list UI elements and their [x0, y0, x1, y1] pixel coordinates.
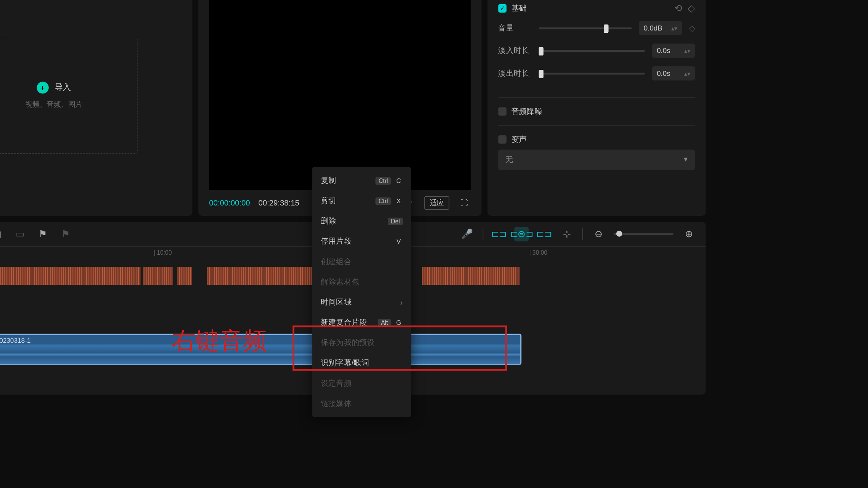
voicechange-select[interactable]: 无▾	[498, 149, 695, 170]
tool-3[interactable]: ▭	[13, 227, 27, 241]
menu-ungroup: 解除素材包	[312, 272, 411, 292]
zoom-out-icon[interactable]: ⊖	[591, 227, 606, 241]
drop-hint: 视频、音频、图片	[25, 100, 82, 110]
mic-icon[interactable]: 🎤	[460, 227, 474, 241]
audio-clip-label: 提取音频20230318-1	[0, 336, 31, 345]
menu-set-audio: 设定音频	[312, 373, 411, 393]
time-total: 00:29:38:15	[258, 199, 299, 207]
volume-value[interactable]: 0.0dB▴▾	[639, 21, 682, 35]
menu-copy[interactable]: 复制CtrlC	[312, 170, 411, 191]
context-menu: 复制CtrlC 剪切CtrlX 删除Del 停用片段V 创建组合 解除素材包 时…	[312, 167, 411, 417]
text-clip[interactable]	[422, 267, 519, 285]
text-clip[interactable]	[143, 267, 173, 285]
basic-toggle[interactable]: ✓基础	[498, 3, 527, 13]
zoom-slider[interactable]	[614, 233, 674, 235]
inspector-panel: 音频 基本 变速 ✓基础 ⟲◇ 音量 0.0dB▴▾ ◇ 淡入时长 0.0s▴▾…	[487, 0, 706, 216]
fadein-value[interactable]: 0.0s▴▾	[652, 43, 695, 58]
menu-delete[interactable]: 删除Del	[312, 211, 411, 231]
time-current: 00:00:00:00	[209, 199, 250, 207]
fadein-label: 淡入时长	[498, 45, 532, 56]
marker-tool[interactable]: ⚑	[35, 227, 50, 241]
fit-button[interactable]: 适应	[424, 196, 450, 210]
media-dropzone[interactable]: +导入 视频、音频、图片	[0, 0, 192, 216]
magnet-1-icon[interactable]: ⊏⊐	[492, 227, 506, 241]
fadeout-label: 淡出时长	[498, 68, 532, 79]
reset-icon[interactable]: ⟲	[674, 2, 682, 14]
zoom-in-icon[interactable]: ⊕	[682, 227, 696, 241]
menu-time-region[interactable]: 时间区域›	[312, 292, 411, 312]
magnet-3-icon[interactable]: ⊏⊐	[537, 227, 551, 241]
text-clip[interactable]	[0, 267, 140, 285]
annotation-box	[293, 326, 507, 371]
keyframe-icon[interactable]: ◇	[688, 2, 695, 14]
text-clip[interactable]	[177, 267, 192, 285]
media-panel: ▭媒体♪音频TI文本◐贴纸✦特效⋈转场◬滤镜≑调节▣素材包 ▾本地 导入 我的预…	[0, 0, 192, 216]
menu-disable[interactable]: 停用片段V	[312, 231, 411, 252]
crop-tool[interactable]: ◻	[0, 227, 5, 241]
add-icon: +	[37, 82, 48, 93]
keyframe-icon[interactable]: ◇	[689, 24, 695, 32]
volume-slider[interactable]	[539, 27, 632, 29]
text-clip[interactable]	[207, 267, 315, 285]
magnet-2-icon[interactable]: ⊏⊜⊐	[514, 227, 529, 241]
menu-cut[interactable]: 剪切CtrlX	[312, 191, 411, 211]
voicechange-toggle[interactable]: 变声	[498, 134, 695, 145]
fullscreen-icon[interactable]: ⛶	[458, 196, 471, 209]
link-icon[interactable]: ⊹	[559, 227, 574, 241]
fadeout-slider[interactable]	[539, 72, 645, 74]
menu-group: 创建组合	[312, 252, 411, 272]
annotation-text: 右键音频	[172, 324, 267, 357]
denoise-toggle[interactable]: 音频降噪	[498, 106, 695, 117]
fadeout-value[interactable]: 0.0s▴▾	[652, 66, 695, 81]
fadein-slider[interactable]	[539, 50, 645, 52]
volume-label: 音量	[498, 23, 532, 34]
player-viewport[interactable]	[209, 0, 471, 190]
menu-link-media: 链接媒体	[312, 393, 411, 414]
tool-5[interactable]: ⚑	[58, 227, 73, 241]
